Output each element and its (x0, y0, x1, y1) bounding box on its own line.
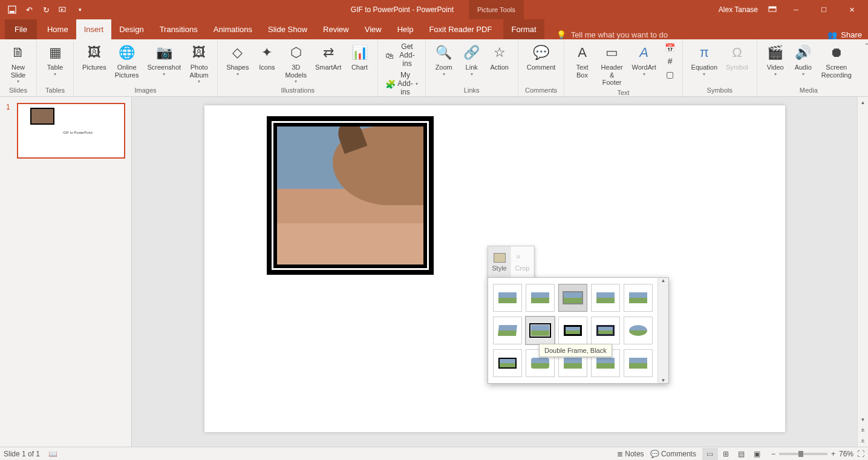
comment-button[interactable]: 💬Comment (523, 42, 560, 73)
equation-button[interactable]: πEquation (688, 42, 721, 78)
prev-slide-button[interactable]: ≜ (858, 425, 868, 436)
collapse-ribbon-icon[interactable]: ⌃ (860, 39, 868, 96)
ribbon-display-options-icon[interactable] (766, 4, 778, 16)
scroll-down-button[interactable]: ▼ (858, 414, 868, 425)
slide-thumbnail-1[interactable]: GIF to PowerPoint (17, 103, 125, 159)
my-addins-button[interactable]: 🧩My Add-ins (383, 70, 420, 97)
shapes-button[interactable]: ◇Shapes (223, 42, 252, 78)
zoom-button[interactable]: 🔍Zoom (431, 42, 457, 78)
style-option-9[interactable] (591, 317, 620, 344)
style-option-2[interactable] (526, 284, 555, 312)
thumbnail-pane[interactable]: 1 GIF to PowerPoint (0, 97, 132, 447)
style-option-8[interactable] (558, 317, 587, 344)
tell-me-search[interactable]: 💡 Tell me what you want to do (556, 30, 668, 39)
fit-to-window-button[interactable]: ⛶ (857, 450, 864, 458)
zoom-slider[interactable] (779, 453, 827, 455)
screenshot-button[interactable]: 📷Screenshot (144, 42, 185, 78)
video-button[interactable]: 🎬Video (762, 42, 789, 78)
style-option-1[interactable] (493, 284, 522, 312)
group-text: AText Box ▭Header & Footer AWordArt 📅 # … (564, 39, 682, 96)
date-time-button[interactable]: 📅 (663, 42, 677, 54)
style-option-15[interactable] (624, 349, 653, 377)
undo-icon[interactable]: ↶ (23, 4, 35, 16)
group-label-slides: Slides (9, 85, 27, 96)
mini-crop-button[interactable]: ⌗ Crop (511, 246, 534, 278)
slide-counter[interactable]: Slide 1 of 1 (4, 450, 40, 458)
scroll-up-button[interactable]: ▲ (858, 97, 868, 108)
tab-file[interactable]: File (5, 19, 37, 39)
slide-number-button[interactable]: # (663, 55, 677, 67)
smartart-icon: ⇄ (319, 43, 338, 62)
inserted-picture[interactable] (267, 116, 434, 275)
next-slide-button[interactable]: ≛ (858, 436, 868, 447)
online-pictures-button[interactable]: 🌐Online Pictures (111, 42, 143, 80)
canvas-vertical-scrollbar[interactable]: ▲ ▼ ≜ ≛ (857, 97, 868, 447)
group-label-tables: Tables (45, 85, 65, 96)
tab-review[interactable]: Review (315, 19, 357, 39)
style-option-6[interactable] (493, 317, 522, 344)
comments-button[interactable]: 💬 Comments (650, 450, 696, 458)
crop-icon: ⌗ (517, 253, 529, 263)
header-footer-button[interactable]: ▭Header & Footer (596, 42, 628, 88)
scroll-down-icon[interactable]: ▼ (661, 378, 666, 383)
slideshow-view-button[interactable]: ▣ (749, 448, 765, 460)
object-button[interactable]: ▢ (663, 68, 677, 80)
tab-home[interactable]: Home (39, 19, 76, 39)
link-button[interactable]: 🔗Link (458, 42, 485, 78)
table-button[interactable]: ▦Table (42, 42, 68, 78)
style-option-5[interactable] (624, 284, 653, 312)
tab-help[interactable]: Help (390, 19, 422, 39)
maximize-button[interactable]: ☐ (810, 0, 838, 19)
screen-recording-button[interactable]: ⏺Screen Recording (818, 42, 855, 80)
gallery-scrollbar[interactable]: ▲ ▼ (658, 278, 668, 383)
action-button[interactable]: ☆Action (486, 42, 513, 73)
photo-album-button[interactable]: 🖼Photo Album (186, 42, 212, 85)
textbox-button[interactable]: AText Box (569, 42, 595, 80)
wordart-button[interactable]: AWordArt (629, 42, 659, 78)
mini-crop-label: Crop (515, 264, 530, 272)
style-option-10[interactable] (624, 317, 653, 344)
start-from-beginning-icon[interactable] (57, 4, 69, 16)
slide-canvas-area[interactable]: GIF to PowerPoint Style ⌗ Crop (132, 97, 857, 447)
screen-recording-icon: ⏺ (827, 43, 846, 62)
3d-models-button[interactable]: ⬡3D Models (281, 42, 310, 85)
zoom-in-button[interactable]: + (831, 450, 835, 458)
pictures-button[interactable]: 🖼Pictures (79, 42, 110, 73)
group-media: 🎬Video 🔊Audio ⏺Screen Recording Media (757, 39, 860, 96)
customize-qat-icon[interactable]: ▾ (74, 4, 86, 16)
redo-icon[interactable]: ↻ (40, 4, 52, 16)
user-name[interactable]: Alex Tanase (719, 5, 758, 14)
spell-check-icon[interactable]: 📖 (48, 450, 57, 458)
style-option-double-frame-black[interactable] (526, 317, 555, 344)
slide-sorter-button[interactable]: ⊞ (718, 448, 734, 460)
tab-design[interactable]: Design (111, 19, 151, 39)
tab-slideshow[interactable]: Slide Show (260, 19, 315, 39)
normal-view-button[interactable]: ▭ (702, 448, 718, 460)
zoom-out-button[interactable]: − (771, 450, 775, 458)
tab-transitions[interactable]: Transitions (152, 19, 206, 39)
group-label-links: Links (464, 85, 480, 96)
style-option-11[interactable] (493, 349, 522, 377)
chart-button[interactable]: 📊Chart (346, 42, 373, 73)
style-option-3[interactable] (558, 284, 587, 312)
new-slide-button[interactable]: 🗎New Slide (5, 42, 31, 85)
reading-view-button[interactable]: ▤ (734, 448, 749, 460)
tab-foxit[interactable]: Foxit Reader PDF (421, 19, 500, 39)
mini-style-button[interactable]: Style (488, 246, 511, 278)
tab-insert[interactable]: Insert (76, 19, 112, 39)
tab-view[interactable]: View (357, 19, 390, 39)
audio-button[interactable]: 🔊Audio (790, 42, 817, 78)
close-button[interactable]: ✕ (838, 0, 866, 19)
minimize-button[interactable]: ─ (782, 0, 810, 19)
notes-button[interactable]: ≣ Notes (617, 450, 644, 458)
get-addins-button[interactable]: 🛍Get Add-ins (383, 42, 420, 69)
icons-button[interactable]: ✦Icons (253, 42, 280, 73)
tab-animations[interactable]: Animations (206, 19, 260, 39)
scroll-up-icon[interactable]: ▲ (661, 278, 666, 283)
style-option-4[interactable] (591, 284, 620, 312)
share-button[interactable]: 👥 Share (827, 30, 862, 39)
smartart-button[interactable]: ⇄SmartArt (312, 42, 345, 73)
save-icon[interactable] (6, 4, 18, 16)
tab-format[interactable]: Format (503, 19, 544, 39)
zoom-level[interactable]: 76% (839, 450, 853, 458)
